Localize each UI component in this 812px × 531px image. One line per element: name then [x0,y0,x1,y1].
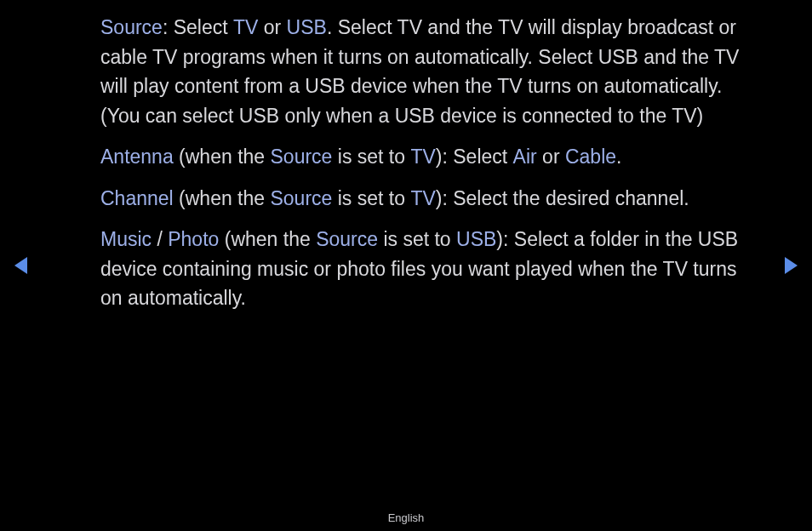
text: . [616,146,621,168]
term-source: Source [271,146,333,168]
text: is set to [378,228,456,250]
text: (when the [174,146,271,168]
triangle-left-icon [12,255,29,276]
term-antenna: Antenna [100,146,174,168]
nav-prev-button[interactable] [12,255,29,276]
paragraph-channel: Channel (when the Source is set to TV): … [100,184,756,214]
svg-marker-0 [14,257,27,274]
triangle-right-icon [783,255,800,276]
term-source: Source [100,16,163,38]
term-photo: Photo [168,228,219,250]
term-usb: USB [287,16,327,38]
text: or [258,16,286,38]
text: or [537,146,565,168]
nav-next-button[interactable] [783,255,800,276]
paragraph-source: Source: Select TV or USB. Select TV and … [100,13,756,130]
term-usb: USB [456,228,496,250]
term-music: Music [100,228,152,250]
paragraph-antenna: Antenna (when the Source is set to TV): … [100,142,756,172]
svg-marker-1 [785,257,798,274]
text: (when the [219,228,316,250]
term-tv: TV [410,146,435,168]
term-tv: TV [233,16,258,38]
paragraph-music-photo: Music / Photo (when the Source is set to… [100,225,756,313]
text: : Select [163,16,233,38]
term-air: Air [513,146,537,168]
term-source: Source [316,228,378,250]
footer-language: English [0,511,812,524]
text: is set to [332,146,410,168]
term-source: Source [270,187,332,209]
text: ): Select the desired channel. [436,187,689,209]
term-cable: Cable [565,146,616,168]
text: (when the [174,187,271,209]
term-channel: Channel [100,187,174,209]
text: / [152,228,168,250]
text: is set to [332,187,410,209]
help-content: Source: Select TV or USB. Select TV and … [100,13,756,325]
text: ): Select [436,146,513,168]
term-tv: TV [410,187,435,209]
